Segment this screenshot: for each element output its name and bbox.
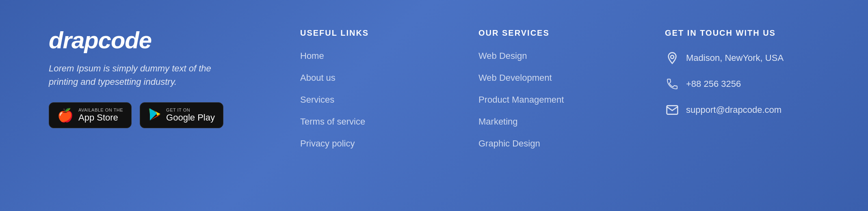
phone-icon bbox=[665, 77, 680, 91]
contact-phone-item: +88 256 3256 bbox=[665, 77, 819, 91]
service-marketing[interactable]: Marketing bbox=[478, 116, 608, 127]
useful-links-heading: USEFUL LINKS bbox=[300, 28, 422, 38]
services-column: OUR SERVICES Web Design Web Development … bbox=[478, 28, 608, 149]
app-store-button[interactable]: 🍎 Available on the App Store bbox=[49, 102, 132, 128]
link-terms[interactable]: Terms of service bbox=[300, 116, 422, 127]
app-store-pre-label: Available on the bbox=[78, 108, 123, 112]
location-icon bbox=[665, 51, 680, 65]
useful-links-column: USEFUL LINKS Home About us Services Term… bbox=[300, 28, 422, 149]
service-product-management[interactable]: Product Management bbox=[478, 95, 608, 105]
contact-column: GET IN TOUCH WITH US Madison, NewYork, U… bbox=[665, 28, 819, 117]
google-play-text: GET IT ON Google Play bbox=[166, 108, 215, 123]
google-play-label: Google Play bbox=[166, 112, 215, 123]
google-play-button[interactable]: GET IT ON Google Play bbox=[140, 102, 223, 128]
svg-point-5 bbox=[671, 55, 674, 58]
contact-phone: +88 256 3256 bbox=[686, 79, 741, 89]
link-services[interactable]: Services bbox=[300, 95, 422, 105]
app-buttons: 🍎 Available on the App Store bbox=[49, 102, 244, 128]
svg-marker-4 bbox=[150, 108, 157, 121]
footer: drapcode Lorem Ipsum is simply dummy tex… bbox=[0, 0, 868, 211]
link-home[interactable]: Home bbox=[300, 51, 422, 61]
logo: drapcode bbox=[49, 28, 244, 52]
google-play-pre-label: GET IT ON bbox=[166, 108, 215, 112]
apple-icon: 🍎 bbox=[57, 109, 74, 122]
app-store-text: Available on the App Store bbox=[78, 108, 123, 123]
contact-address-item: Madison, NewYork, USA bbox=[665, 51, 819, 65]
google-play-icon bbox=[148, 108, 161, 123]
link-about[interactable]: About us bbox=[300, 73, 422, 83]
service-web-development[interactable]: Web Development bbox=[478, 73, 608, 83]
service-web-design[interactable]: Web Design bbox=[478, 51, 608, 61]
service-graphic-design[interactable]: Graphic Design bbox=[478, 138, 608, 149]
contact-heading: GET IN TOUCH WITH US bbox=[665, 28, 819, 38]
contact-email-item: support@drapcode.com bbox=[665, 103, 819, 117]
contact-address: Madison, NewYork, USA bbox=[686, 53, 784, 63]
email-icon bbox=[665, 103, 680, 117]
brand-description: Lorem Ipsum is simply dummy text of the … bbox=[49, 62, 219, 88]
link-privacy[interactable]: Privacy policy bbox=[300, 138, 422, 149]
app-store-label: App Store bbox=[78, 112, 123, 123]
brand-column: drapcode Lorem Ipsum is simply dummy tex… bbox=[49, 28, 244, 128]
contact-email: support@drapcode.com bbox=[686, 105, 781, 115]
services-heading: OUR SERVICES bbox=[478, 28, 608, 38]
